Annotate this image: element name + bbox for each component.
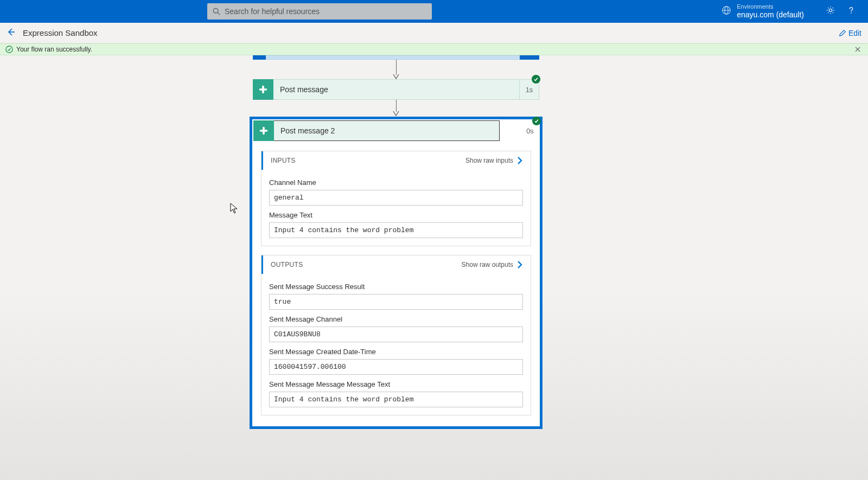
svg-line-1 <box>218 12 220 15</box>
raw-outputs-label: Show raw outputs <box>462 261 513 268</box>
show-raw-inputs-link[interactable]: Show raw inputs <box>465 157 523 164</box>
raw-inputs-label: Show raw inputs <box>465 157 513 164</box>
show-raw-outputs-link[interactable]: Show raw outputs <box>462 261 523 268</box>
success-result-label: Sent Message Success Result <box>269 283 523 291</box>
settings-button[interactable] <box>826 5 835 17</box>
outputs-panel: OUTPUTS Show raw outputs Sent Message Su… <box>261 255 531 415</box>
close-icon <box>855 47 860 52</box>
environment-value: enayu.com (default) <box>737 10 804 20</box>
inputs-section-label: INPUTS <box>271 157 465 164</box>
previous-step-stub[interactable] <box>253 55 539 60</box>
channel-name-value: general <box>269 190 523 206</box>
flow-column: Post message 1s <box>253 55 539 116</box>
connector-arrow <box>253 100 539 116</box>
slack-icon <box>253 79 273 100</box>
chevron-right-icon <box>516 157 523 164</box>
inputs-panel: INPUTS Show raw inputs Channel Name gene… <box>261 151 531 246</box>
edit-button[interactable]: Edit <box>839 29 861 37</box>
search-icon <box>213 8 220 15</box>
svg-point-0 <box>213 8 218 13</box>
banner-close-button[interactable] <box>855 45 864 54</box>
message-text-label: Message Text <box>269 211 523 219</box>
channel-name-label: Channel Name <box>269 178 523 187</box>
step-title: Post message 2 <box>280 126 499 135</box>
page-subheader: Expression Sandbox Edit <box>0 23 868 43</box>
success-banner: Your flow ran successfully. <box>0 43 868 55</box>
sent-message-text-label: Sent Message Message Message Text <box>269 380 523 388</box>
created-datetime-label: Sent Message Created Date-Time <box>269 348 523 356</box>
sent-channel-value: C01AUS9BNU8 <box>269 327 523 342</box>
slack-icon <box>253 120 274 141</box>
status-success-icon <box>532 75 540 84</box>
status-success-icon <box>532 117 541 125</box>
sent-message-text-value: Input 4 contains the word problem <box>269 392 523 407</box>
svg-rect-10 <box>262 86 264 94</box>
gear-icon <box>826 5 835 15</box>
help-button[interactable] <box>846 5 856 17</box>
environment-picker[interactable]: Environments enayu.com (default) <box>722 3 861 20</box>
success-icon <box>5 46 13 53</box>
connector-arrow <box>253 60 539 79</box>
svg-rect-12 <box>263 127 265 135</box>
step-post-message[interactable]: Post message 1s <box>253 79 539 100</box>
step-post-message-2-expanded: Post message 2 0s INPUTS Show raw inputs… <box>250 117 542 429</box>
step-header[interactable]: Post message 2 <box>253 120 500 141</box>
search-input[interactable]: Search for helpful resources <box>207 3 432 20</box>
environment-text: Environments enayu.com (default) <box>737 3 804 20</box>
message-text-value: Input 4 contains the word problem <box>269 222 523 238</box>
created-datetime-value: 1600041597.006100 <box>269 359 523 375</box>
svg-point-8 <box>6 46 12 53</box>
edit-label: Edit <box>848 29 861 37</box>
svg-point-6 <box>851 12 852 14</box>
svg-point-5 <box>829 9 832 11</box>
environment-label: Environments <box>737 3 804 10</box>
help-icon <box>846 5 856 15</box>
step-title: Post message <box>280 85 519 94</box>
back-button[interactable] <box>7 28 15 39</box>
environment-icon <box>722 5 731 17</box>
flow-canvas[interactable]: Post message 1s Post message 2 0s <box>0 55 868 480</box>
mouse-cursor-icon <box>230 203 238 216</box>
back-arrow-icon <box>7 28 15 36</box>
chevron-right-icon <box>516 261 523 268</box>
search-placeholder: Search for helpful resources <box>225 7 320 16</box>
outputs-section-label: OUTPUTS <box>271 261 462 268</box>
success-message: Your flow ran successfully. <box>16 46 92 53</box>
page-title: Expression Sandbox <box>23 28 839 37</box>
sent-channel-label: Sent Message Channel <box>269 315 523 323</box>
app-header: Search for helpful resources Environment… <box>0 0 868 23</box>
edit-icon <box>839 29 846 37</box>
success-result-value: true <box>269 294 523 310</box>
